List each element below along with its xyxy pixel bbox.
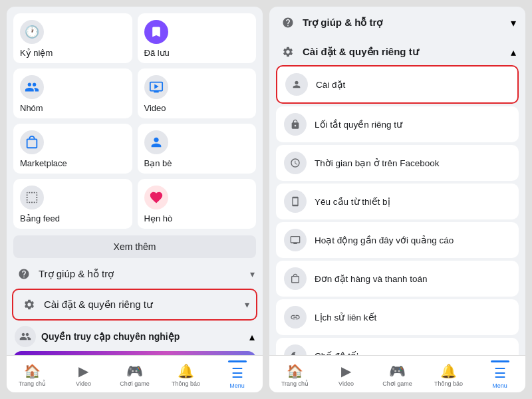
nav-video[interactable]: ▶ Video: [58, 363, 109, 387]
tro-giup-icon: [15, 265, 33, 283]
right-nav-trang-chu-label: Trang chủ: [281, 380, 309, 387]
right-menu-active-indicator: [491, 360, 509, 362]
nav-menu[interactable]: ☰ Menu: [211, 360, 263, 389]
nav-trang-chu[interactable]: 🏠 Trang chủ: [7, 363, 58, 387]
grid-item-marketplace[interactable]: Marketplace: [13, 124, 132, 174]
thoi-gian-label: Thời gian bạn ở trên Facebook: [315, 158, 440, 168]
xem-them-button[interactable]: Xem thêm: [13, 235, 256, 258]
grid-item-da-luu[interactable]: Đã lưu: [138, 13, 257, 63]
right-nav-menu-label: Menu: [492, 382, 507, 389]
right-home-icon: 🏠: [287, 363, 303, 379]
left-panel: 🕐 Kỷ niệm Đã lưu Nhóm Video: [7, 7, 263, 392]
pro-section-header[interactable]: Quyền truy cập chuyên nghiệp ▴: [7, 321, 263, 351]
nav-game-label: Chơi game: [120, 380, 150, 387]
nhom-label: Nhóm: [20, 103, 43, 113]
video-icon: [144, 75, 168, 99]
right-tro-giup-title: Trợ giúp & hỗ trợ: [303, 17, 382, 29]
lich-su-label: Lịch sử liên kết: [315, 312, 376, 323]
don-dat-hang-icon: [284, 267, 307, 290]
tro-giup-chevron: ▾: [250, 269, 255, 279]
right-submenu-yeu-cau[interactable]: Yêu cầu từ thiết bị: [276, 184, 519, 219]
menu-grid: 🕐 Kỷ niệm Đã lưu Nhóm Video: [7, 7, 263, 229]
lich-su-icon: [284, 306, 307, 329]
right-cai-dat-icon: [279, 43, 297, 61]
pro-section-chevron: ▴: [249, 331, 255, 343]
hen-ho-label: Hẹn hò: [144, 213, 173, 223]
right-cai-dat-section[interactable]: Cài đặt & quyền riêng tư ▴: [269, 36, 525, 65]
ky-niem-label: Kỷ niệm: [20, 48, 53, 58]
app-container: 🕐 Kỷ niệm Đã lưu Nhóm Video: [7, 7, 525, 392]
right-nav-menu[interactable]: ☰ Menu: [474, 360, 525, 389]
cai-dat-item-label: Cài đặt: [316, 79, 345, 90]
home-icon: 🏠: [24, 363, 41, 379]
right-menu-icon: ☰: [494, 365, 506, 381]
bell-icon: 🔔: [178, 363, 194, 379]
right-scroll-area: Trợ giúp & hỗ trợ ▾ Cài đặt & quyền riên…: [269, 7, 525, 355]
yeu-cau-icon: [284, 190, 307, 213]
menu-active-indicator: [228, 360, 247, 362]
menu-icon: ☰: [231, 365, 243, 381]
right-nav-choi-game[interactable]: 🎮 Chơi game: [372, 363, 423, 387]
cai-dat-section[interactable]: Cài đặt & quyền riêng tư ▾: [13, 290, 256, 319]
loi-tat-label: Lối tắt quyền riêng tư: [315, 119, 402, 130]
right-cai-dat-chevron: ▴: [511, 46, 516, 59]
right-tro-giup-section[interactable]: Trợ giúp & hỗ trợ ▾: [269, 7, 525, 36]
bang-feed-label: Bảng feed: [20, 213, 60, 223]
right-nav-game-label: Chơi game: [382, 380, 412, 387]
cai-dat-chevron: ▾: [245, 299, 249, 310]
pro-card[interactable]: 🚀 Sự hiện diện công khai Nhận các công c…: [13, 351, 256, 355]
marketplace-label: Marketplace: [20, 158, 67, 168]
right-submenu-thoi-gian[interactable]: Thời gian bạn ở trên Facebook: [276, 145, 519, 181]
da-luu-label: Đã lưu: [144, 48, 170, 58]
nav-thong-bao[interactable]: 🔔 Thông báo: [160, 363, 211, 387]
bang-feed-icon: [20, 186, 44, 209]
grid-item-video[interactable]: Video: [138, 68, 257, 118]
hoat-dong-icon: [284, 229, 307, 251]
pro-card-background: [13, 351, 256, 355]
grid-item-bang-feed[interactable]: Bảng feed: [13, 179, 132, 229]
marketplace-icon: [20, 130, 44, 154]
right-submenu-hoat-dong[interactable]: Hoạt động gần đây với quảng cáo: [276, 222, 519, 258]
cai-dat-item-icon: [285, 73, 308, 96]
cai-dat-section-wrapper: Cài đặt & quyền riêng tư ▾: [12, 289, 257, 321]
right-panel: Trợ giúp & hỗ trợ ▾ Cài đặt & quyền riên…: [269, 7, 525, 392]
video-label: Video: [144, 103, 166, 113]
grid-item-nhom[interactable]: Nhóm: [13, 68, 132, 118]
grid-item-ban-be[interactable]: Bạn bè: [138, 124, 257, 174]
game-icon: 🎮: [126, 363, 143, 379]
right-submenu-che-do-toi[interactable]: Chế độ tối: [276, 338, 519, 355]
right-nav-video-label: Video: [338, 380, 354, 387]
right-submenu-loi-tat[interactable]: Lối tắt quyền riêng tư: [276, 106, 519, 142]
tro-giup-title: Trợ giúp & hỗ trợ: [39, 268, 114, 280]
right-submenu-lich-su[interactable]: Lịch sử liên kết: [276, 299, 519, 335]
nav-choi-game[interactable]: 🎮 Chơi game: [109, 363, 160, 387]
bottom-nav-left: 🏠 Trang chủ ▶ Video 🎮 Chơi game 🔔 Thông …: [7, 355, 263, 392]
grid-item-ky-niem[interactable]: 🕐 Kỷ niệm: [13, 13, 132, 63]
right-nav-video[interactable]: ▶ Video: [321, 363, 372, 387]
right-nav-thong-bao[interactable]: 🔔 Thông báo: [423, 363, 474, 387]
grid-item-hen-ho[interactable]: Hẹn hò: [138, 179, 257, 229]
right-nav-bell-label: Thông báo: [434, 380, 463, 387]
right-submenu-don-dat-hang[interactable]: Đơn đặt hàng và thanh toán: [276, 261, 519, 297]
left-scroll-area: 🕐 Kỷ niệm Đã lưu Nhóm Video: [7, 7, 263, 355]
right-video-nav-icon: ▶: [341, 363, 351, 379]
right-submenu-list: Cài đặt Lối tắt quyền riêng tư Thời gian…: [269, 65, 525, 355]
che-do-toi-icon: [284, 344, 307, 355]
cai-dat-icon: [20, 295, 39, 314]
right-nav-trang-chu[interactable]: 🏠 Trang chủ: [269, 363, 321, 387]
right-tro-giup-chevron: ▾: [511, 17, 516, 29]
nav-menu-label: Menu: [229, 382, 245, 389]
right-cai-dat-title: Cài đặt & quyền riêng tư: [303, 46, 419, 58]
ky-niem-icon: 🕐: [20, 20, 44, 44]
right-submenu-cai-dat[interactable]: Cài đặt: [276, 65, 519, 104]
tro-giup-section[interactable]: Trợ giúp & hỗ trợ ▾: [7, 258, 263, 289]
yeu-cau-label: Yêu cầu từ thiết bị: [315, 196, 390, 207]
loi-tat-icon: [284, 113, 307, 136]
nhom-icon: [20, 75, 44, 99]
right-game-icon: 🎮: [389, 363, 406, 379]
nav-video-label: Video: [76, 380, 91, 387]
che-do-toi-label: Chế độ tối: [315, 350, 358, 355]
pro-icon: [15, 326, 36, 347]
nav-trang-chu-label: Trang chủ: [19, 380, 46, 387]
right-bell-icon: 🔔: [440, 363, 457, 379]
